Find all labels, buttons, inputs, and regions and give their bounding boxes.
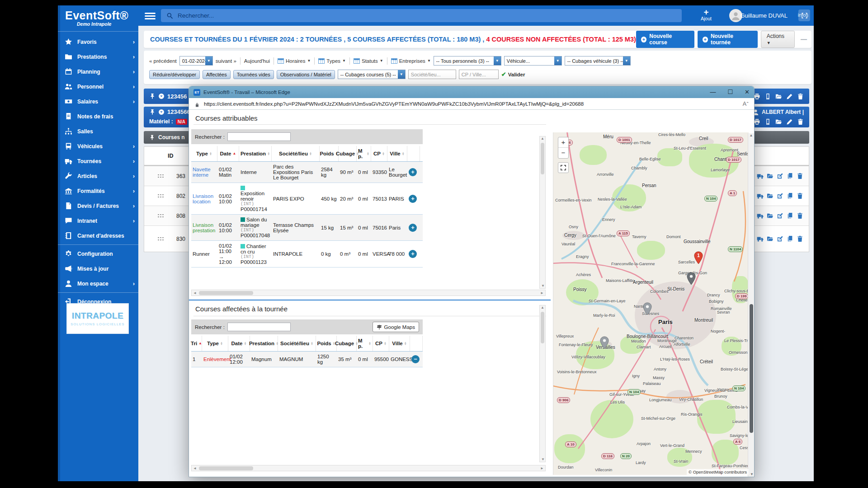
filter-input-soci-t-lieu[interactable]: Société/lieu... xyxy=(408,70,456,79)
popup-titlebar[interactable]: ET EventSoft® - Travail – Microsoft Edge… xyxy=(189,86,754,98)
trash-icon[interactable] xyxy=(797,93,804,100)
filter-link-pr-c-dent[interactable]: « précédent xyxy=(149,58,177,64)
column-header[interactable]: Type▲▼ xyxy=(191,146,217,161)
filter-link-aujourd-hui[interactable]: Aujourd'hui xyxy=(244,58,270,64)
read-aloud-icon[interactable]: A⌁ xyxy=(743,100,749,107)
print-icon[interactable] xyxy=(754,93,760,100)
truck-icon[interactable] xyxy=(757,212,764,219)
filter-input-cp-ville[interactable]: CP / Ville... xyxy=(459,70,499,79)
filter-select-cubages-courses-5[interactable]: -- Cubages courses (5) --▼ xyxy=(338,70,406,79)
section1-vscroll[interactable]: ▲▼ xyxy=(539,136,546,289)
trash-icon[interactable] xyxy=(797,235,803,242)
zoom-out-button[interactable]: − xyxy=(558,148,568,158)
folder-open-icon[interactable] xyxy=(767,235,774,242)
column-header[interactable]: Date▲ xyxy=(217,146,239,161)
folder-open-icon[interactable] xyxy=(767,212,774,219)
map-marker-1[interactable]: 1 xyxy=(693,251,704,265)
popup-url-bar[interactable]: https://client.eventsoft.fr/index.php?u=… xyxy=(189,98,754,110)
column-header[interactable]: CP▲▼ xyxy=(371,146,387,161)
section2-hscroll[interactable]: ◄► xyxy=(191,465,546,471)
map-fullscreen-button[interactable] xyxy=(558,162,569,173)
trash-icon[interactable] xyxy=(797,118,804,125)
collapse-icon[interactable]: — xyxy=(801,36,807,43)
edit-icon[interactable] xyxy=(777,235,783,242)
column-header[interactable]: Ville▲▼ xyxy=(387,146,407,161)
sidebar-item-v-hicules[interactable]: Véhicules› xyxy=(58,139,138,154)
assign-course-button[interactable]: + xyxy=(409,195,417,203)
column-header[interactable]: Date▲▼ xyxy=(228,336,250,351)
column-header[interactable]: Cubage▲▼ xyxy=(337,336,357,351)
assign-course-button[interactable]: + xyxy=(409,224,417,232)
sidebar-item-devis-factures[interactable]: Devis / Factures› xyxy=(58,198,138,213)
folder-open-icon[interactable] xyxy=(767,173,774,179)
drag-handle-icon[interactable] xyxy=(158,174,164,178)
column-header[interactable]: CP▲▼ xyxy=(373,336,389,351)
remove-course-button[interactable]: − xyxy=(411,355,420,363)
map-marker[interactable] xyxy=(642,302,653,316)
sidebar-item-salaires[interactable]: Salaires› xyxy=(58,94,138,109)
add-button[interactable]: + Ajout xyxy=(696,8,716,21)
filter-select-01-02-2024[interactable]: 01-02-2024▼ xyxy=(179,56,213,66)
popup-scrollbar[interactable]: ▲▼ xyxy=(748,133,754,477)
column-header[interactable]: Société/lieu▲▼ xyxy=(272,146,320,161)
column-header[interactable]: Société/lieu▲▼ xyxy=(278,336,316,351)
edit-icon[interactable] xyxy=(777,212,783,219)
trash-icon[interactable] xyxy=(797,173,803,179)
column-header[interactable]: Cubage▲▼ xyxy=(339,146,357,161)
filter-button-tourn-es-vides[interactable]: Tournées vides xyxy=(233,70,274,79)
map[interactable]: MéruNeuilly-en-ThelleCires-lès-MelloSt-L… xyxy=(553,132,749,475)
filter-button-observations-mat-riel[interactable]: Observations / Matériel xyxy=(277,70,335,79)
sidebar-item-prestations[interactable]: Prestations› xyxy=(58,49,138,64)
sidebar-item-mon-espace[interactable]: Mon espace› xyxy=(58,276,138,291)
new-course-button[interactable]: + Nouvelle course xyxy=(636,31,694,48)
drag-handle-icon[interactable] xyxy=(158,214,164,218)
mobile-icon[interactable] xyxy=(764,118,771,125)
sidebar-item-formalit-s[interactable]: Formalités› xyxy=(58,183,138,198)
hamburger-menu-icon[interactable] xyxy=(145,11,156,21)
section1-search-input[interactable] xyxy=(227,132,291,141)
chevron-circle-icon[interactable] xyxy=(158,109,165,115)
section2-search-input[interactable] xyxy=(227,323,291,331)
sidebar-item-planning[interactable]: Planning› xyxy=(58,64,138,79)
mobile-icon[interactable] xyxy=(764,93,771,100)
truck-icon[interactable] xyxy=(757,192,764,199)
edit-icon[interactable] xyxy=(777,173,783,179)
new-tour-button[interactable]: + Nouvelle tournée xyxy=(698,31,758,48)
maximize-icon[interactable]: ☐ xyxy=(727,86,733,98)
pencil-icon[interactable] xyxy=(786,118,793,125)
zoom-in-button[interactable]: + xyxy=(558,137,568,148)
drag-handle-icon[interactable] xyxy=(158,194,164,198)
trash-icon[interactable] xyxy=(797,212,803,219)
filter-button-affect-es[interactable]: Affectées xyxy=(203,70,231,79)
section2-vscroll[interactable]: ▲▼ xyxy=(539,305,546,462)
sidebar-item-favoris[interactable]: Favoris› xyxy=(58,34,138,49)
sidebar-item-tourn-es[interactable]: Tournées› xyxy=(58,154,138,169)
map-marker[interactable] xyxy=(686,272,697,286)
filter-dropdown-horaires[interactable]: Horaires▼ xyxy=(278,58,311,64)
fullscreen-icon[interactable] xyxy=(798,9,810,21)
column-header[interactable]: Poids▲▼ xyxy=(316,336,337,351)
truck-icon[interactable] xyxy=(757,173,764,179)
column-header[interactable]: M p.▲▼ xyxy=(357,336,373,351)
sidebar-item-intranet[interactable]: Intranet› xyxy=(58,213,138,228)
copy-icon[interactable] xyxy=(787,173,793,179)
folder-open-icon[interactable] xyxy=(767,192,774,199)
sidebar-item-articles[interactable]: Articles› xyxy=(58,169,138,183)
column-header[interactable]: Type▲▼ xyxy=(202,336,228,351)
column-header[interactable]: Tri▲ xyxy=(191,336,202,351)
filter-select-tous-personnels-3[interactable]: -- Tous personnels (3) --▼ xyxy=(434,56,501,66)
copy-icon[interactable] xyxy=(787,235,793,242)
sidebar-item-mises-jour[interactable]: Mises à jour xyxy=(58,261,138,276)
sidebar-item-personnel[interactable]: Personnel› xyxy=(58,79,138,94)
filter-select-cubages-v-hicule-3[interactable]: -- Cubages véhicule (3) --▼ xyxy=(565,56,631,66)
copy-icon[interactable] xyxy=(787,212,793,219)
pin-icon[interactable] xyxy=(149,93,156,99)
copy-icon[interactable] xyxy=(787,192,793,199)
assign-course-button[interactable]: + xyxy=(409,250,417,258)
assign-course-button[interactable]: + xyxy=(409,168,417,176)
filter-button-r-duire-d-velopper[interactable]: Réduire/développer xyxy=(149,70,200,79)
filter-dropdown-statuts[interactable]: Statuts▼ xyxy=(354,58,383,64)
column-header[interactable]: Ville▲▼ xyxy=(389,336,410,351)
sidebar-item-salles[interactable]: Salles xyxy=(58,124,138,139)
filter-dropdown-entreprises[interactable]: Entreprises▼ xyxy=(391,58,431,64)
